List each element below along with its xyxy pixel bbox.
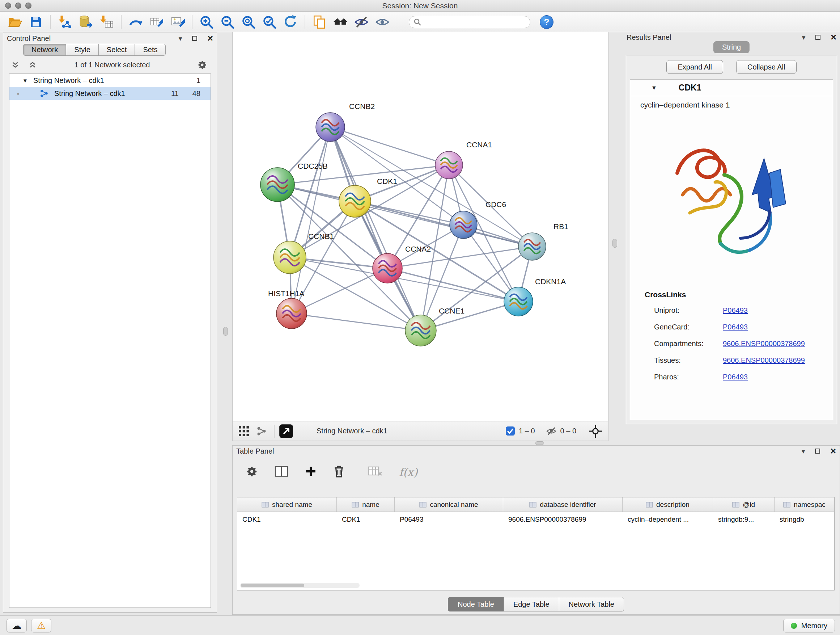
network-row-selected[interactable]: ● String Network – cdk1 11 48 <box>9 87 210 100</box>
column-header-namespace[interactable]: namespac <box>775 497 834 511</box>
node-table: shared name name canonical name database… <box>237 497 835 591</box>
cell-id[interactable]: stringdb:9... <box>713 516 775 524</box>
expand-all-button[interactable]: Expand All <box>666 60 723 74</box>
crosslink-link[interactable]: 9606.ENSP00000378699 <box>723 340 805 348</box>
import-table-button[interactable] <box>98 13 116 31</box>
gear-icon[interactable] <box>197 60 207 70</box>
tab-select[interactable]: Select <box>98 44 135 56</box>
network-edge[interactable] <box>290 257 518 302</box>
column-header-database-identifier[interactable]: database identifier <box>503 497 622 511</box>
tree-expander-icon[interactable]: ▼ <box>22 78 33 84</box>
apply-layout-button[interactable] <box>126 13 145 31</box>
network-edge[interactable] <box>330 127 449 165</box>
column-header-description[interactable]: description <box>622 497 713 511</box>
collapse-all-tree-icon[interactable] <box>28 61 36 69</box>
tab-node-table[interactable]: Node Table <box>448 597 504 611</box>
import-network-database-button[interactable] <box>77 13 95 31</box>
table-panel-title: Table Panel <box>236 447 274 455</box>
close-panel-icon[interactable]: × <box>830 447 836 456</box>
window-controls <box>5 3 32 9</box>
protein-section-header[interactable]: ▼ CDK1 <box>630 80 833 96</box>
delete-column-icon[interactable] <box>333 465 345 479</box>
crosslink-link[interactable]: P06493 <box>723 373 748 381</box>
zoom-fit-button[interactable] <box>240 13 257 31</box>
help-button[interactable]: ? <box>540 15 554 29</box>
save-session-button[interactable] <box>27 13 45 31</box>
minimize-window-button[interactable] <box>15 3 21 9</box>
node-label-ccnb2: CCNB2 <box>349 102 375 111</box>
export-image-button[interactable] <box>169 13 187 31</box>
close-window-button[interactable] <box>5 3 11 9</box>
column-header-shared-name[interactable]: shared name <box>237 497 337 511</box>
warnings-button[interactable]: ⚠ <box>31 619 51 632</box>
cell-canonical-name[interactable]: P06493 <box>395 516 503 524</box>
import-network-file-button[interactable] <box>56 13 74 31</box>
network-edge[interactable] <box>292 268 387 314</box>
column-header-id[interactable]: @id <box>713 497 775 511</box>
grid-icon[interactable] <box>238 426 249 437</box>
section-expander-icon[interactable]: ▼ <box>651 85 657 91</box>
column-header-canonical-name[interactable]: canonical name <box>395 497 503 511</box>
close-panel-icon[interactable]: × <box>207 34 213 43</box>
float-panel-icon[interactable] <box>814 448 821 454</box>
network-edge[interactable] <box>292 314 421 331</box>
network-edge[interactable] <box>330 127 421 331</box>
horizontal-scrollbar[interactable] <box>240 583 360 588</box>
hidden-eye-icon[interactable] <box>546 426 557 437</box>
cell-database-identifier[interactable]: 9606.ENSP00000378699 <box>503 516 622 524</box>
duplicate-snapshot-button[interactable] <box>310 13 328 31</box>
network-canvas[interactable]: CCNB2CCNA1CDC25BCDK1CDC6RB1CCNB1CCNA2CDK… <box>233 32 608 421</box>
select-columns-icon[interactable] <box>275 465 288 479</box>
add-column-icon[interactable] <box>305 466 317 478</box>
tab-edge-table[interactable]: Edge Table <box>504 597 559 611</box>
collapse-all-button[interactable]: Collapse All <box>736 60 797 74</box>
crosslink-link[interactable]: P06493 <box>723 323 748 331</box>
cell-shared-name[interactable]: CDK1 <box>237 516 337 524</box>
close-panel-icon[interactable]: × <box>831 33 836 42</box>
tab-network[interactable]: Network <box>23 44 66 56</box>
collapse-panel-icon[interactable]: ▾ <box>802 34 806 41</box>
refresh-view-button[interactable] <box>281 13 300 31</box>
detach-view-icon[interactable] <box>279 424 294 439</box>
memory-button[interactable]: Memory <box>783 619 835 632</box>
table-settings-gear-icon[interactable] <box>246 465 258 479</box>
float-panel-icon[interactable] <box>815 34 821 41</box>
float-panel-icon[interactable] <box>191 35 198 42</box>
search-input[interactable] <box>424 18 526 26</box>
collapse-panel-icon[interactable]: ▾ <box>179 35 182 42</box>
crosslink-link[interactable]: P06493 <box>723 306 748 315</box>
hide-selected-button[interactable] <box>352 13 370 31</box>
cell-name[interactable]: CDK1 <box>337 516 395 524</box>
crosshair-icon[interactable] <box>589 424 602 438</box>
crosslink-label: Tissues: <box>654 356 723 364</box>
cell-description[interactable]: cyclin–dependent ... <box>622 516 713 524</box>
function-builder-icon[interactable]: f(x) <box>399 466 417 478</box>
tab-style[interactable]: Style <box>66 44 98 56</box>
home-button[interactable] <box>332 13 349 31</box>
zoom-selected-button[interactable] <box>261 13 279 31</box>
tab-network-table[interactable]: Network Table <box>559 597 624 611</box>
scrollbar-thumb[interactable] <box>241 584 304 587</box>
table-row[interactable]: CDK1 CDK1 P06493 9606.ENSP00000378699 cy… <box>237 512 834 527</box>
column-header-name[interactable]: name <box>337 497 395 511</box>
crosslink-link[interactable]: 9606.ENSP00000378699 <box>723 356 805 364</box>
tab-sets[interactable]: Sets <box>134 44 166 56</box>
delete-table-icon[interactable] <box>368 466 382 478</box>
splitter-handle[interactable] <box>613 239 617 248</box>
checkbox-icon[interactable] <box>505 426 515 436</box>
expand-all-tree-icon[interactable] <box>11 61 19 69</box>
share-network-icon[interactable] <box>256 426 267 436</box>
show-all-button[interactable] <box>373 13 392 31</box>
zoom-out-button[interactable] <box>218 13 237 31</box>
splitter-handle[interactable] <box>535 441 544 445</box>
network-collection-row[interactable]: ▼ String Network – cdk1 1 <box>9 74 210 87</box>
string-results-tab[interactable]: String <box>714 41 750 53</box>
zoom-in-button[interactable] <box>197 13 216 31</box>
open-session-button[interactable] <box>6 13 24 31</box>
cell-namespace[interactable]: stringdb <box>775 516 834 524</box>
export-table-button[interactable] <box>148 13 166 31</box>
cloud-button[interactable]: ☁ <box>6 619 27 632</box>
splitter-handle[interactable] <box>223 327 228 336</box>
maximize-window-button[interactable] <box>25 3 32 9</box>
collapse-panel-icon[interactable]: ▾ <box>802 448 805 455</box>
